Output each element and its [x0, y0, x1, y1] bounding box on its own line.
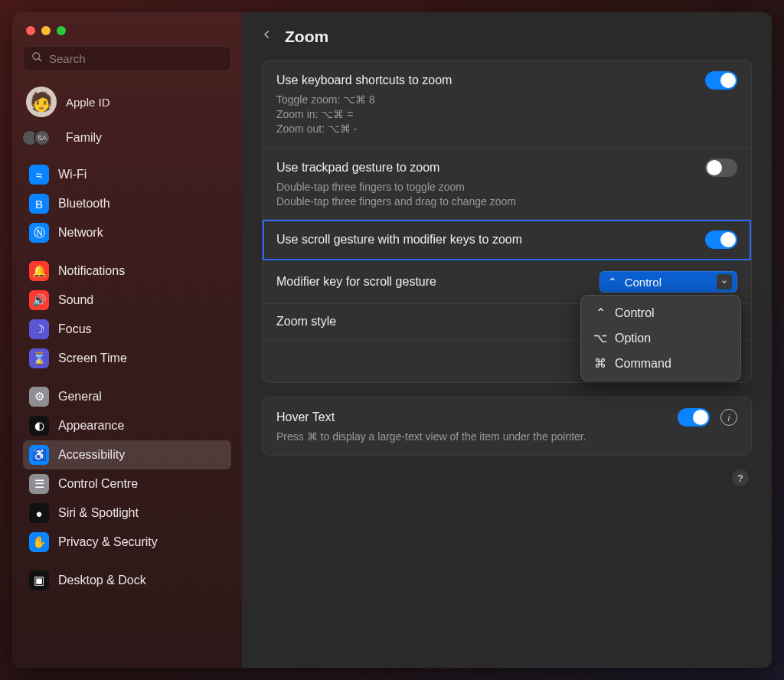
sidebar-item-label: Accessibility [58, 448, 125, 462]
zoom-settings-panel: Use keyboard shortcuts to zoom Toggle zo… [262, 60, 752, 383]
keyboard-shortcuts-row: Use keyboard shortcuts to zoom Toggle zo… [263, 60, 751, 148]
sidebar-item-label: Screen Time [58, 351, 127, 365]
search-field[interactable] [23, 46, 231, 71]
hover-text-panel: Hover Text i Press ⌘ to display a large-… [262, 397, 752, 456]
header: Zoom [262, 26, 752, 47]
chevron-down-icon [717, 274, 732, 289]
sidebar-item-general[interactable]: ⚙General [23, 382, 231, 411]
info-icon[interactable]: i [720, 409, 737, 426]
page-title: Zoom [285, 28, 328, 46]
fullscreen-button[interactable] [57, 26, 66, 35]
sound-icon: 🔊 [29, 290, 49, 310]
sidebar-item-label: Appearance [58, 419, 124, 433]
help-button[interactable]: ? [732, 469, 749, 486]
back-button[interactable] [262, 26, 273, 47]
row-title: Zoom style [276, 315, 336, 329]
wifi-icon: ≈ [29, 165, 49, 185]
sidebar-item-label: Network [58, 226, 103, 240]
svg-point-0 [33, 53, 40, 60]
sidebar-item-label: Desktop & Dock [58, 574, 146, 587]
row-subtitle: Toggle zoom: ⌥⌘ 8 Zoom in: ⌥⌘ = Zoom out… [276, 93, 737, 136]
svg-line-1 [38, 58, 41, 61]
sidebar-list: ≈Wi-FiBBluetoothⓃNetwork🔔Notifications🔊S… [23, 160, 231, 595]
family-row[interactable]: SA Family [23, 125, 231, 157]
modifier-symbol-icon: ⌘ [593, 356, 607, 371]
row-title: Use scroll gesture with modifier keys to… [276, 233, 522, 247]
sidebar-item-privacy[interactable]: ✋Privacy & Security [23, 528, 231, 557]
sidebar-item-label: Notifications [58, 264, 125, 278]
screentime-icon: ⌛ [29, 348, 49, 368]
sidebar-item-wifi[interactable]: ≈Wi-Fi [23, 160, 231, 189]
keyboard-shortcuts-toggle[interactable] [705, 71, 737, 90]
menu-item-option[interactable]: ⌥Option [586, 325, 736, 351]
search-input[interactable] [49, 52, 223, 65]
menu-item-command[interactable]: ⌘Command [586, 351, 736, 376]
controlcentre-icon: ☰ [29, 474, 49, 494]
sidebar-item-focus[interactable]: ☽Focus [23, 315, 231, 344]
apple-id-label: Apple ID [66, 96, 110, 109]
row-subtitle: Double-tap three fingers to toggle zoom … [276, 180, 737, 209]
sidebar-item-sound[interactable]: 🔊Sound [23, 286, 231, 315]
window-controls [23, 23, 231, 46]
system-settings-window: 🧑 Apple ID SA Family ≈Wi-FiBBluetoothⓃNe… [12, 12, 772, 668]
sidebar-item-label: Siri & Spotlight [58, 506, 139, 520]
row-title: Use keyboard shortcuts to zoom [276, 74, 452, 87]
row-title: Use trackpad gesture to zoom [276, 161, 439, 175]
help-row: ? [262, 469, 752, 486]
modifier-key-menu: ⌃Control⌥Option⌘Command [580, 295, 741, 381]
row-subtitle: Press ⌘ to display a large-text view of … [276, 430, 737, 444]
sidebar-item-screentime[interactable]: ⌛Screen Time [23, 344, 231, 373]
sidebar-item-accessibility[interactable]: ♿Accessibility [23, 440, 231, 469]
minimize-button[interactable] [41, 26, 51, 35]
row-title: Hover Text [276, 410, 335, 424]
hover-text-row: Hover Text i Press ⌘ to display a large-… [263, 397, 751, 455]
focus-icon: ☽ [29, 319, 49, 339]
modifier-label: Control [625, 276, 662, 289]
family-avatars: SA [26, 129, 57, 146]
accessibility-icon: ♿ [29, 445, 49, 465]
sidebar-item-desktop[interactable]: ▣Desktop & Dock [23, 566, 231, 595]
sidebar-item-siri[interactable]: ●Siri & Spotlight [23, 499, 231, 528]
appearance-icon: ◐ [29, 416, 49, 436]
sidebar-item-appearance[interactable]: ◐Appearance [23, 411, 231, 440]
notifications-icon: 🔔 [29, 261, 49, 281]
sidebar-item-notifications[interactable]: 🔔Notifications [23, 257, 231, 286]
bluetooth-icon: B [29, 194, 49, 214]
scroll-gesture-toggle[interactable] [705, 230, 737, 249]
sidebar-item-label: Control Centre [58, 477, 138, 491]
network-icon: Ⓝ [29, 223, 49, 243]
apple-id-row[interactable]: 🧑 Apple ID [23, 82, 231, 125]
menu-item-label: Control [615, 306, 655, 320]
sidebar: 🧑 Apple ID SA Family ≈Wi-FiBBluetoothⓃNe… [12, 12, 242, 668]
sidebar-item-label: Bluetooth [58, 197, 110, 211]
close-button[interactable] [26, 26, 35, 35]
menu-item-label: Command [615, 357, 671, 371]
modifier-key-row: Modifier key for scroll gesture ⌃ Contro… [263, 260, 751, 304]
menu-item-control[interactable]: ⌃Control [586, 300, 736, 325]
general-icon: ⚙ [29, 387, 49, 407]
modifier-symbol-icon: ⌥ [593, 331, 607, 345]
main-pane: Zoom Use keyboard shortcuts to zoom Togg… [242, 12, 772, 668]
search-icon [31, 51, 43, 66]
sidebar-item-controlcentre[interactable]: ☰Control Centre [23, 469, 231, 499]
scroll-gesture-row: Use scroll gesture with modifier keys to… [263, 220, 751, 260]
sidebar-item-label: Wi-Fi [58, 168, 87, 181]
hover-text-toggle[interactable] [678, 408, 710, 427]
modifier-key-select[interactable]: ⌃ Control ⌃Control⌥Option⌘Command [599, 271, 737, 293]
avatar: 🧑 [26, 87, 57, 117]
sidebar-item-network[interactable]: ⓃNetwork [23, 218, 231, 247]
privacy-icon: ✋ [29, 532, 49, 552]
sidebar-item-label: Privacy & Security [58, 535, 158, 549]
menu-item-label: Option [615, 332, 651, 345]
sidebar-item-label: Sound [58, 293, 93, 307]
modifier-symbol: ⌃ [608, 276, 617, 288]
row-title: Modifier key for scroll gesture [276, 275, 436, 289]
family-label: Family [66, 131, 102, 145]
sidebar-item-label: Focus [58, 322, 92, 336]
trackpad-gesture-row: Use trackpad gesture to zoom Double-tap … [263, 148, 751, 221]
trackpad-gesture-toggle[interactable] [705, 159, 737, 177]
sidebar-item-bluetooth[interactable]: BBluetooth [23, 189, 231, 218]
siri-icon: ● [29, 503, 49, 523]
modifier-symbol-icon: ⌃ [593, 306, 607, 320]
sidebar-item-label: General [58, 390, 102, 404]
